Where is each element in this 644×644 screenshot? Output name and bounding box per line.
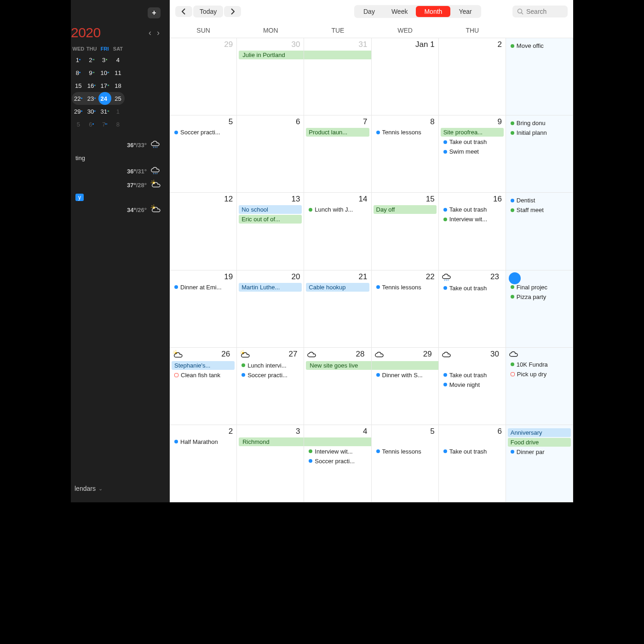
event[interactable]: Soccer practi... (306, 457, 369, 466)
mini-day[interactable]: 22 (72, 92, 85, 105)
mini-next-icon[interactable]: › (157, 28, 160, 38)
mini-day[interactable]: 8 (72, 66, 85, 79)
agenda-pill[interactable]: y (75, 194, 84, 201)
event[interactable]: Dinner with S... (374, 371, 437, 380)
day-cell[interactable]: Jan 1 (372, 38, 439, 115)
event[interactable]: Final projec (508, 283, 571, 292)
day-cell[interactable]: AnniversaryFood driveDinner par (506, 425, 573, 502)
calendars-toggle[interactable]: lendars ⌄ (71, 481, 165, 498)
mini-day[interactable]: 3 (98, 53, 111, 66)
day-cell[interactable]: 30Julie in Portland (237, 38, 304, 115)
mini-day[interactable]: 4 (111, 53, 125, 66)
day-cell[interactable]: DentistStaff meet (506, 193, 573, 270)
event[interactable]: Food drive (508, 438, 571, 447)
search-field[interactable] (512, 6, 568, 17)
event[interactable]: Soccer practi... (172, 128, 235, 137)
event[interactable]: Take out trash (441, 284, 504, 293)
event[interactable]: Bring donu (508, 119, 571, 127)
mini-day[interactable]: 10 (98, 66, 111, 79)
mini-day[interactable]: 25 (111, 92, 125, 105)
mini-day[interactable]: 8 (111, 118, 125, 131)
view-day[interactable]: Day (355, 6, 383, 17)
mini-day[interactable]: 23 (85, 92, 98, 105)
view-year[interactable]: Year (450, 6, 480, 17)
event[interactable]: 10K Fundra (508, 360, 571, 369)
day-cell[interactable]: 5 Tennis lessons (372, 425, 439, 502)
mini-day[interactable]: 16 (85, 79, 98, 92)
mini-day[interactable]: 15 (72, 79, 85, 92)
mini-day[interactable]: 18 (111, 79, 125, 92)
mini-day[interactable]: 17 (98, 79, 111, 92)
mini-day[interactable]: 29 (72, 105, 85, 118)
mini-day[interactable]: 5 (72, 118, 85, 131)
mini-day[interactable]: 11 (111, 66, 125, 79)
day-cell[interactable]: 14Lunch with J... (304, 193, 371, 270)
day-cell[interactable]: 21Cable hookup (304, 270, 371, 347)
today-button[interactable]: Today (193, 6, 223, 17)
search-input[interactable] (526, 8, 563, 15)
event[interactable]: Clean fish tank (172, 371, 235, 380)
event[interactable]: Stephanie's... (172, 361, 235, 370)
event[interactable]: Pick up dry (508, 370, 571, 379)
event[interactable]: Day off (374, 205, 437, 214)
day-cell[interactable]: Bring donuInitial plann (506, 115, 573, 192)
event[interactable]: Julie in Portland (239, 51, 304, 59)
event[interactable]: Movie night (441, 380, 504, 389)
event[interactable]: Cable hookup (306, 283, 369, 292)
day-cell[interactable]: 13No schoolEric out of of... (237, 193, 304, 270)
event[interactable]: Dinner at Emi... (172, 283, 235, 292)
add-event-button[interactable]: + (148, 7, 161, 18)
day-cell[interactable]: 3Richmond (237, 425, 304, 502)
event[interactable] (304, 51, 371, 59)
event[interactable]: Tennis lessons (374, 128, 437, 137)
mini-day[interactable]: 6 (85, 118, 98, 131)
next-button[interactable] (224, 6, 241, 17)
event[interactable] (372, 361, 438, 370)
event[interactable]: Lunch with J... (306, 205, 369, 214)
event[interactable]: Take out trash (441, 205, 504, 214)
day-cell[interactable]: 19Dinner at Emi... (170, 270, 237, 347)
mini-day[interactable]: 7 (98, 118, 111, 131)
mini-day[interactable]: 31 (98, 105, 111, 118)
day-cell[interactable]: 29 Dinner with S... (372, 348, 439, 425)
mini-day[interactable]: 30 (85, 105, 98, 118)
day-cell[interactable]: 22Tennis lessons (372, 270, 439, 347)
event[interactable]: Richmond (239, 437, 304, 446)
day-cell[interactable]: 15Day off (372, 193, 439, 270)
event[interactable]: Tennis lessons (374, 447, 437, 456)
mini-day[interactable]: 1 (72, 53, 85, 66)
day-cell[interactable]: 2 (439, 38, 506, 115)
event[interactable]: Take out trash (441, 447, 504, 456)
day-cell[interactable]: Final projecPizza party (506, 270, 573, 347)
day-cell[interactable]: 12 (170, 193, 237, 270)
event[interactable]: Move offic (508, 41, 571, 50)
event[interactable]: Dinner par (508, 448, 571, 456)
day-cell[interactable]: 31 (304, 38, 371, 115)
event[interactable]: Dentist (508, 196, 571, 205)
event[interactable]: Soccer practi... (239, 371, 302, 380)
day-cell[interactable]: 20Martin Luthe... (237, 270, 304, 347)
day-cell[interactable]: 26Stephanie's...Clean fish tank (170, 348, 237, 425)
day-cell[interactable]: 5Soccer practi... (170, 115, 237, 192)
day-cell[interactable]: 8Tennis lessons (372, 115, 439, 192)
day-cell[interactable]: 29 (170, 38, 237, 115)
day-cell[interactable]: 30 Take out trashMovie night (439, 348, 506, 425)
event[interactable]: Site proofrea... (441, 128, 504, 137)
day-cell[interactable]: 28New site goes live (304, 348, 371, 425)
event[interactable]: No school (239, 205, 302, 214)
event[interactable]: Interview wit... (441, 215, 504, 224)
mini-day[interactable]: 24 (98, 92, 111, 105)
day-cell[interactable]: 6 Take out trash (439, 425, 506, 502)
event[interactable]: Lunch intervi... (239, 361, 302, 370)
view-month[interactable]: Month (416, 6, 450, 17)
event[interactable]: Take out trash (441, 138, 504, 146)
event[interactable]: Swim meet (441, 147, 504, 156)
day-cell[interactable]: 7Product laun... (304, 115, 371, 192)
mini-prev-icon[interactable]: ‹ (149, 28, 151, 38)
event[interactable]: Product laun... (306, 128, 369, 137)
day-cell[interactable]: 16Take out trashInterview wit... (439, 193, 506, 270)
event[interactable]: Staff meet (508, 206, 571, 214)
day-cell[interactable]: Move offic (506, 38, 573, 115)
mini-day[interactable]: 9 (85, 66, 98, 79)
mini-day[interactable]: 2 (85, 53, 98, 66)
